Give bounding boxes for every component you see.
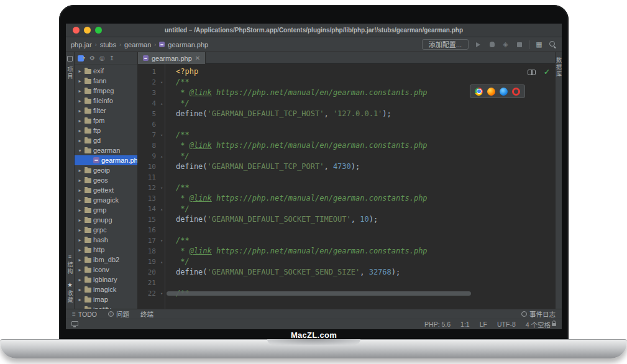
chevron-right-icon[interactable]: ▸ — [77, 108, 83, 114]
project-tool-window-button[interactable]: 项目 — [67, 56, 73, 80]
chevron-right-icon[interactable]: ▸ — [77, 78, 83, 84]
breadcrumb-item[interactable]: gearman.php — [168, 41, 208, 48]
status-item[interactable]: PHP: 5.6 — [424, 321, 451, 328]
horizontal-scrollbar[interactable] — [167, 291, 471, 296]
chevron-right-icon[interactable]: ▸ — [77, 207, 83, 213]
reader-mode-icon[interactable] — [528, 70, 536, 75]
chevron-right-icon[interactable]: ▸ — [77, 237, 83, 243]
database-tool-window-button[interactable]: 数据库 — [556, 57, 562, 78]
tree-item[interactable]: ▸fann — [75, 76, 137, 86]
tree-item[interactable]: ▸hash — [75, 235, 137, 245]
tree-item[interactable]: ▸iconv — [75, 265, 137, 275]
debug-icon[interactable] — [488, 40, 496, 48]
fold-marker-icon[interactable]: ▴ — [158, 154, 165, 159]
chevron-right-icon[interactable]: ▸ — [77, 68, 83, 74]
tree-item[interactable]: ▸geos — [75, 175, 137, 185]
tree-item[interactable]: ▸exif — [75, 66, 137, 76]
chevron-right-icon[interactable]: ▸ — [77, 188, 83, 193]
code-lines[interactable]: <?php/** * @link https://php.net/manual/… — [165, 64, 555, 309]
structure-tool-window-button[interactable]: ≡ 结构 — [67, 253, 73, 275]
fold-marker-icon[interactable]: ▾ — [158, 133, 165, 138]
tree-item[interactable]: ▾gearman — [75, 145, 137, 155]
problems-tool-window-button[interactable]: ! 问题 — [108, 309, 129, 319]
fold-marker-icon[interactable]: ▴ — [158, 207, 165, 212]
fold-marker-icon[interactable]: ▾ — [158, 291, 165, 296]
stop-icon[interactable] — [515, 40, 523, 48]
chevron-right-icon[interactable]: ▸ — [77, 168, 83, 173]
tree-item[interactable]: ▸inotify — [75, 304, 137, 309]
tree-item[interactable]: gearman.php — [75, 155, 137, 165]
tree-item[interactable]: ▸ftp — [75, 125, 137, 135]
settings-gear-icon[interactable]: ⚙ — [89, 55, 95, 61]
chrome-icon[interactable] — [475, 88, 483, 96]
tree-item[interactable]: ▸gnupg — [75, 215, 137, 225]
tree-item[interactable]: ▸gettext — [75, 185, 137, 195]
safari-icon[interactable] — [500, 88, 508, 96]
chevron-right-icon[interactable]: ▸ — [77, 307, 83, 309]
find-icon[interactable] — [549, 40, 557, 48]
chevron-right-icon[interactable]: ▸ — [77, 88, 83, 94]
tree-item[interactable]: ▸gmp — [75, 205, 137, 215]
tree-item[interactable]: ▸grpc — [75, 225, 137, 235]
chevron-right-icon[interactable]: ▸ — [77, 118, 83, 124]
terminal-tool-window-button[interactable]: 终端 — [140, 309, 153, 319]
chevron-right-icon[interactable]: ▸ — [77, 138, 83, 143]
add-configuration-button[interactable]: 添加配置... — [422, 39, 469, 50]
chevron-right-icon[interactable]: ▸ — [77, 98, 83, 104]
tree-item[interactable]: ▸ibm_db2 — [75, 255, 137, 265]
breadcrumb-item[interactable]: php.jar — [71, 41, 92, 48]
opera-icon[interactable] — [512, 88, 520, 96]
chevron-right-icon[interactable]: ▸ — [77, 267, 83, 273]
todo-tool-window-button[interactable]: ≡ TODO — [72, 311, 97, 318]
chevron-right-icon[interactable]: ▸ — [77, 198, 83, 203]
chevron-right-icon[interactable]: ▸ — [77, 227, 83, 233]
coverage-icon[interactable]: ◈ — [501, 40, 510, 48]
tree-item[interactable]: ▸fileinfo — [75, 96, 137, 106]
minimize-window-button[interactable] — [84, 27, 91, 34]
run-icon[interactable] — [474, 40, 482, 48]
tree-item[interactable]: ▸filter — [75, 106, 137, 116]
search-everywhere-icon[interactable]: ▦ — [535, 40, 543, 48]
event-log-button[interactable]: 事件日志 — [521, 309, 556, 319]
fold-marker-icon[interactable]: ▾ — [158, 80, 165, 85]
tree-item[interactable]: ▸imagick — [75, 284, 137, 294]
breadcrumb-item[interactable]: stubs — [100, 41, 116, 48]
fold-marker-icon[interactable]: ▴ — [158, 101, 165, 106]
status-item[interactable]: 1:1 — [460, 321, 470, 328]
close-window-button[interactable] — [73, 27, 80, 34]
chevron-down-icon[interactable]: ▾ — [77, 148, 83, 153]
chevron-right-icon[interactable]: ▸ — [77, 178, 83, 183]
tool-window-switcher-icon[interactable] — [71, 321, 78, 326]
locate-file-icon[interactable]: ◎ — [99, 55, 105, 61]
breadcrumb-item[interactable]: gearman — [124, 41, 151, 48]
tree-item[interactable]: ▸gmagick — [75, 195, 137, 205]
chevron-right-icon[interactable]: ▸ — [77, 287, 83, 293]
firefox-icon[interactable] — [487, 88, 495, 96]
chevron-right-icon[interactable]: ▸ — [77, 128, 83, 134]
chevron-right-icon[interactable]: ▸ — [77, 217, 83, 223]
chevron-right-icon[interactable]: ▸ — [77, 277, 83, 283]
tree-item[interactable]: ▸imap — [75, 294, 137, 304]
fold-marker-icon[interactable]: ▾ — [158, 239, 165, 243]
close-tab-icon[interactable]: ✕ — [195, 55, 200, 61]
status-item[interactable]: LF — [480, 321, 487, 328]
editor-tab[interactable]: gearman.php ✕ — [138, 52, 206, 64]
tree-item[interactable]: ▸fpm — [75, 116, 137, 125]
favorites-tool-window-button[interactable]: ★ 收藏 — [67, 281, 73, 304]
project-view-selector[interactable]: ▾ — [78, 55, 85, 61]
status-item[interactable]: UTF-8 — [497, 321, 516, 328]
chevron-right-icon[interactable]: ▸ — [77, 247, 83, 253]
inspections-ok-icon[interactable]: ✓ — [544, 68, 550, 76]
tree-item[interactable]: ▸gd — [75, 135, 137, 145]
fold-marker-icon[interactable]: ▴ — [158, 260, 165, 265]
status-item[interactable]: 4 个空格 — [526, 320, 551, 329]
tree-item[interactable]: ▸igbinary — [75, 275, 137, 284]
zoom-window-button[interactable] — [95, 27, 102, 34]
chevron-right-icon[interactable]: ▸ — [77, 297, 83, 303]
tree-item[interactable]: ▸geoip — [75, 165, 137, 175]
fold-marker-icon[interactable]: ▾ — [158, 186, 165, 191]
collapse-all-icon[interactable]: ↥ — [109, 55, 114, 61]
chevron-right-icon[interactable]: ▸ — [77, 257, 83, 263]
tree-item[interactable]: ▸ffmpeg — [75, 86, 137, 96]
tree-item[interactable]: ▸http — [75, 245, 137, 255]
